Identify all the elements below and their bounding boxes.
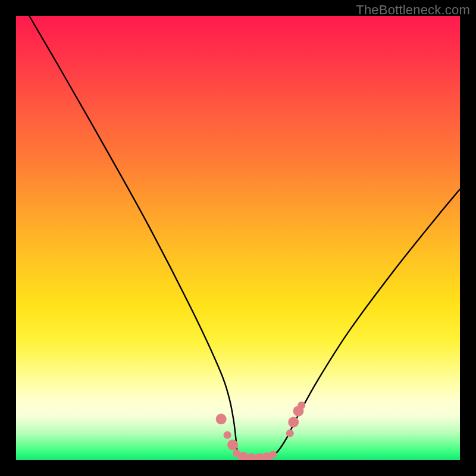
data-marker [288, 417, 299, 428]
bottleneck-curve [29, 16, 460, 460]
curve-layer [29, 16, 460, 460]
data-marker [224, 431, 231, 439]
data-marker [269, 451, 277, 459]
outer-frame: TheBottleneck.com [0, 0, 476, 476]
data-marker [216, 414, 227, 424]
data-marker [298, 402, 305, 409]
chart-svg [16, 16, 460, 460]
watermark-text: TheBottleneck.com [356, 2, 470, 18]
plot-area [16, 16, 460, 460]
data-marker [286, 430, 294, 437]
marker-layer [216, 402, 306, 460]
data-marker [227, 440, 238, 450]
